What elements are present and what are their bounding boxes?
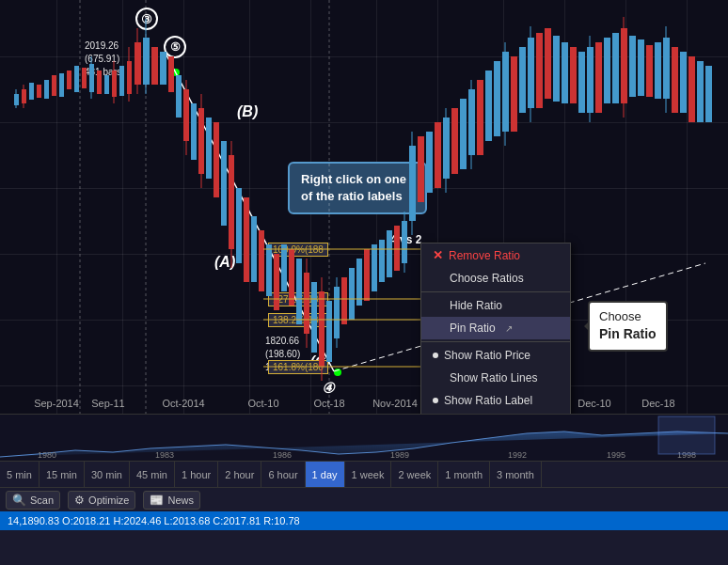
svg-rect-99	[595, 42, 602, 113]
menu-item-pin[interactable]: Pin Ratio ↗	[421, 317, 570, 339]
info-box-1: 2019.26 (675.91) 481 bars	[85, 39, 121, 79]
optimize-label: Optimize	[88, 494, 129, 506]
svg-rect-91	[536, 33, 543, 108]
svg-text:1992: 1992	[508, 450, 527, 460]
menu-item-price[interactable]: Show Ratio Price	[421, 344, 570, 367]
svg-rect-82	[477, 80, 483, 155]
pin-ratio-line1: Choose	[599, 308, 657, 325]
status-text: 14,1890.83 O:2018.21 H:2024.46 L:2013.68…	[8, 515, 300, 526]
svg-rect-5	[14, 94, 19, 105]
svg-rect-13	[59, 73, 64, 97]
scan-icon: 🔍	[12, 494, 26, 507]
menu-item-showlabel[interactable]: Show Ratio Label	[421, 389, 570, 412]
svg-rect-83	[485, 71, 492, 141]
point-label-B: (B)	[237, 103, 258, 120]
menu-label-remove: Remove Ratio	[449, 249, 520, 262]
ratio-label-2[interactable]: 138.2%(183	[268, 313, 328, 327]
pin-ratio-line2: Pin Ratio	[599, 325, 657, 344]
svg-rect-62	[349, 268, 355, 320]
menu-item-choose[interactable]: Choose Ratios	[421, 267, 570, 290]
time-btn-1month[interactable]: 1 month	[438, 462, 490, 487]
menu-item-hide[interactable]: Hide Ratio	[421, 294, 570, 317]
svg-rect-41	[221, 141, 227, 226]
svg-rect-92	[545, 28, 551, 99]
svg-text:1983: 1983	[155, 450, 174, 460]
chart-area: Sep-2014 Sep-11 Oct-2014 Oct-10 Oct-18 N…	[0, 0, 728, 414]
svg-text:1989: 1989	[390, 450, 409, 460]
svg-rect-95	[570, 47, 577, 103]
bullet-label	[433, 398, 438, 403]
svg-rect-44	[236, 188, 242, 263]
time-btn-30min[interactable]: 30 min	[85, 462, 130, 487]
circle-label-5: ⑤	[164, 36, 186, 58]
svg-rect-47	[259, 230, 264, 291]
point-label-A: (A)	[214, 254, 235, 271]
menu-item-range[interactable]: Range Line Right	[421, 412, 570, 414]
svg-rect-93	[553, 36, 560, 102]
svg-rect-59	[334, 287, 340, 338]
svg-rect-30	[151, 47, 158, 85]
news-label: News	[167, 494, 194, 506]
svg-rect-39	[206, 118, 212, 179]
svg-rect-63	[356, 259, 362, 306]
time-btn-1hour[interactable]: 1 hour	[175, 462, 218, 487]
svg-rect-33	[176, 75, 182, 118]
svg-rect-100	[604, 38, 610, 103]
menu-divider-1	[421, 291, 570, 292]
svg-rect-42	[229, 155, 234, 249]
time-btn-6hour[interactable]: 6 hour	[261, 462, 305, 487]
x-label-oct10: Oct-10	[247, 398, 278, 409]
svg-rect-36	[191, 103, 197, 160]
svg-rect-66	[379, 240, 385, 282]
point-label-4: ④	[322, 380, 334, 397]
time-btn-15min[interactable]: 15 min	[40, 462, 85, 487]
svg-rect-79	[460, 99, 467, 169]
time-btn-5min[interactable]: 5 min	[0, 462, 40, 487]
svg-rect-11	[44, 80, 49, 99]
x-icon: ✕	[433, 248, 443, 262]
optimize-button[interactable]: ⚙ Optimize	[68, 491, 135, 510]
menu-label-lines: Show Ratio Lines	[450, 371, 537, 385]
time-btn-1day[interactable]: 1 day	[306, 462, 345, 487]
svg-rect-78	[451, 108, 458, 174]
svg-rect-89	[528, 38, 534, 108]
svg-rect-64	[364, 249, 370, 301]
menu-item-lines[interactable]: Show Ratio Lines	[421, 367, 570, 389]
scan-button[interactable]: 🔍 Scan	[6, 491, 60, 510]
bullet-price	[433, 353, 438, 358]
menu-divider-2	[421, 341, 570, 342]
time-btn-45min[interactable]: 45 min	[130, 462, 175, 487]
scan-label: Scan	[30, 494, 54, 506]
menu-item-remove[interactable]: ✕ Remove Ratio	[421, 243, 570, 267]
callout-right-click: Right click on one of the ratio labels	[288, 162, 427, 214]
svg-rect-107	[655, 42, 661, 99]
info-value2-1: (675.91)	[85, 53, 121, 66]
svg-rect-9	[29, 83, 34, 100]
svg-rect-126	[658, 416, 715, 454]
svg-rect-113	[697, 61, 704, 122]
menu-label-hide: Hide Ratio	[450, 299, 502, 312]
svg-rect-46	[251, 216, 257, 282]
info-bars-1: 481 bars	[85, 66, 121, 79]
svg-rect-101	[612, 33, 619, 103]
time-btn-3month[interactable]: 3 month	[490, 462, 542, 487]
info-price-1: 2019.26	[85, 39, 121, 53]
x-label-oct18: Oct-18	[313, 398, 344, 409]
svg-rect-111	[680, 52, 687, 113]
svg-rect-37	[198, 108, 204, 174]
time-btn-2hour[interactable]: 2 hour	[218, 462, 261, 487]
svg-rect-24	[127, 61, 132, 94]
ratio-label-1[interactable]: 127.2%(185	[268, 292, 328, 306]
time-btn-1week[interactable]: 1 week	[345, 462, 392, 487]
green-dot-2	[334, 369, 341, 376]
info-value2-2: (198.60)	[265, 348, 300, 361]
mini-chart: 1980 1983 1986 1989 1992 1995 1998	[0, 414, 728, 461]
news-button[interactable]: 📰 News	[143, 491, 200, 510]
menu-label-pin: Pin Ratio	[450, 322, 496, 335]
svg-rect-26	[135, 42, 141, 85]
svg-rect-28	[143, 38, 150, 85]
time-btn-2week[interactable]: 2 week	[391, 462, 438, 487]
ratio-label-3[interactable]: 161.8%(180	[268, 360, 328, 374]
ratio-label-0[interactable]: 100.0%(188	[268, 243, 328, 257]
svg-text:1986: 1986	[273, 450, 292, 460]
